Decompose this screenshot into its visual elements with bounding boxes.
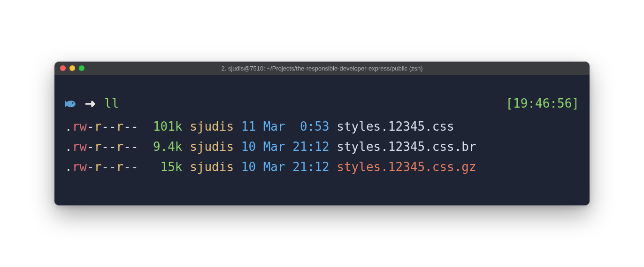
perm-rw: rw	[72, 119, 87, 134]
spacer	[138, 119, 153, 134]
perm-dash2: --	[123, 119, 138, 134]
perm-dot: .	[65, 140, 72, 154]
perm-r1: r	[94, 140, 102, 154]
list-item: .rw-r--r-- 9.4k sjudis 10 Mar 21:12 styl…	[65, 137, 579, 157]
month: Mar	[263, 160, 285, 174]
spacer	[256, 119, 263, 134]
perm-r1: r	[94, 160, 102, 174]
size: 9.4k	[153, 140, 183, 154]
perm-dash1: --	[101, 119, 116, 134]
perm-dash1: --	[101, 140, 116, 154]
month: Mar	[263, 140, 285, 154]
spacer	[256, 140, 263, 154]
spacer	[183, 160, 190, 174]
user: sjudis	[190, 119, 234, 134]
perm-sep1: -	[87, 140, 94, 154]
perm-r2: r	[116, 119, 124, 134]
minimize-icon[interactable]	[69, 65, 75, 71]
spacer	[330, 140, 337, 154]
month: Mar	[263, 119, 285, 134]
terminal-window: 2. sjudis@7510: ~/Projects/the-responsib…	[54, 62, 590, 205]
terminal-body[interactable]: ll [19:46:56] .rw-r--r-- 101k sjudis 11 …	[54, 75, 590, 205]
user: sjudis	[190, 160, 234, 174]
perm-rw: rw	[72, 160, 87, 174]
spacer	[285, 119, 293, 134]
time: 21:12	[292, 140, 329, 154]
list-item: .rw-r--r-- 101k sjudis 11 Mar 0:53 style…	[65, 117, 579, 137]
spacer	[234, 160, 241, 174]
spacer	[234, 119, 241, 134]
perm-dash2: --	[123, 160, 138, 174]
file-listing: .rw-r--r-- 101k sjudis 11 Mar 0:53 style…	[65, 117, 579, 177]
spacer	[330, 160, 337, 174]
size: 101k	[153, 119, 183, 134]
perm-dash1: --	[101, 160, 116, 174]
perm-rw: rw	[72, 140, 87, 154]
filename: styles.12345.css	[337, 119, 454, 134]
perm-dash2: --	[123, 140, 138, 154]
prompt-line: ll [19:46:56]	[65, 94, 579, 114]
maximize-icon[interactable]	[79, 65, 84, 71]
filename: styles.12345.css.br	[337, 140, 476, 154]
close-icon[interactable]	[60, 65, 66, 71]
spacer	[183, 119, 190, 134]
perm-dot: .	[65, 160, 72, 174]
titlebar: 2. sjudis@7510: ~/Projects/the-responsib…	[54, 62, 590, 75]
spacer	[285, 160, 293, 174]
traffic-lights	[60, 65, 84, 71]
user: sjudis	[190, 140, 234, 154]
spacer	[183, 140, 190, 154]
arrow-icon	[85, 100, 98, 108]
timestamp: [19:46:56]	[506, 94, 579, 114]
perm-r1: r	[94, 119, 102, 134]
spacer	[256, 160, 263, 174]
perm-sep1: -	[87, 160, 94, 174]
filename: styles.12345.css.gz	[337, 160, 476, 174]
day: 10	[241, 140, 256, 154]
command-text: ll	[104, 94, 119, 114]
perm-r2: r	[116, 140, 124, 154]
perm-dot: .	[65, 119, 72, 134]
spacer	[285, 140, 293, 154]
list-item: .rw-r--r-- 15k sjudis 10 Mar 21:12 style…	[65, 157, 579, 177]
time: 21:12	[292, 160, 329, 174]
spacer	[234, 140, 241, 154]
perm-sep1: -	[87, 119, 94, 134]
spacer	[138, 160, 161, 174]
svg-point-2	[72, 102, 73, 103]
size: 15k	[161, 160, 183, 174]
spacer	[330, 119, 337, 134]
perm-r2: r	[116, 160, 124, 174]
spacer	[138, 140, 153, 154]
fish-icon	[65, 99, 79, 109]
window-title: 2. sjudis@7510: ~/Projects/the-responsib…	[221, 65, 422, 72]
day: 11	[241, 119, 256, 134]
prompt-left: ll	[65, 94, 119, 114]
time: 0:53	[292, 119, 329, 134]
day: 10	[241, 160, 256, 174]
